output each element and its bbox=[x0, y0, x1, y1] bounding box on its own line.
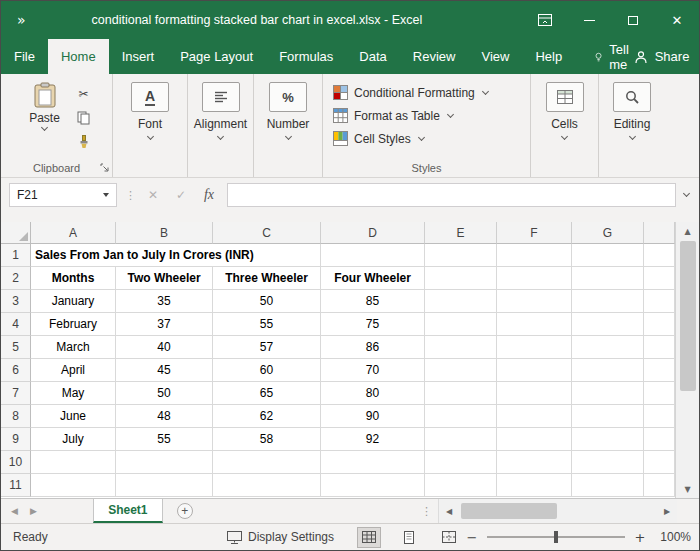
sheet-tab-sheet1[interactable]: Sheet1 bbox=[93, 499, 163, 523]
quick-access-toolbar-icon[interactable]: » bbox=[1, 12, 40, 28]
vertical-scrollbar[interactable]: ▲ ▼ bbox=[675, 222, 699, 498]
cell-B4[interactable]: 37 bbox=[116, 313, 213, 336]
ribbon-group-font[interactable]: A Font bbox=[113, 74, 188, 177]
horizontal-scrollbar-thumb[interactable] bbox=[461, 503, 557, 519]
vertical-scrollbar-thumb[interactable] bbox=[680, 241, 696, 391]
ribbon-group-number[interactable]: % Number bbox=[254, 74, 323, 177]
cell-B8[interactable]: 48 bbox=[116, 405, 213, 428]
cell-D8[interactable]: 90 bbox=[321, 405, 425, 428]
row-header-1[interactable]: 1 bbox=[1, 244, 31, 267]
cell-G3[interactable] bbox=[572, 290, 644, 313]
paste-button[interactable]: Paste bbox=[20, 82, 70, 151]
cell-C8[interactable]: 62 bbox=[213, 405, 321, 428]
cell-C3[interactable]: 50 bbox=[213, 290, 321, 313]
select-all-corner[interactable] bbox=[1, 222, 31, 244]
cell-partial-5[interactable] bbox=[644, 336, 675, 359]
row-header-3[interactable]: 3 bbox=[1, 290, 31, 313]
cell-G8[interactable] bbox=[572, 405, 644, 428]
zoom-slider-thumb[interactable] bbox=[554, 531, 558, 543]
cell-F6[interactable] bbox=[497, 359, 572, 382]
column-header-c[interactable]: C bbox=[213, 222, 321, 244]
cell-B11[interactable] bbox=[116, 474, 213, 497]
scroll-up-icon[interactable]: ▲ bbox=[676, 222, 699, 240]
cell-A6[interactable]: April bbox=[31, 359, 116, 382]
cell-partial-2[interactable] bbox=[644, 267, 675, 290]
cell-G9[interactable] bbox=[572, 428, 644, 451]
cell-F9[interactable] bbox=[497, 428, 572, 451]
display-settings-button[interactable]: Display Settings bbox=[227, 530, 334, 544]
name-box-dropdown-icon[interactable] bbox=[103, 193, 109, 197]
cell-partial-7[interactable] bbox=[644, 382, 675, 405]
cell-D11[interactable] bbox=[321, 474, 425, 497]
scroll-down-icon[interactable]: ▼ bbox=[676, 480, 699, 498]
cell-B5[interactable]: 40 bbox=[116, 336, 213, 359]
tab-data[interactable]: Data bbox=[346, 39, 399, 74]
tab-review[interactable]: Review bbox=[400, 39, 469, 74]
cell-partial-4[interactable] bbox=[644, 313, 675, 336]
formula-bar-expand-icon[interactable] bbox=[683, 190, 690, 197]
row-header-7[interactable]: 7 bbox=[1, 382, 31, 405]
zoom-slider[interactable] bbox=[487, 536, 625, 538]
name-box[interactable]: F21 bbox=[9, 183, 117, 207]
normal-view-button[interactable] bbox=[357, 527, 381, 548]
cell-A2[interactable]: Months bbox=[31, 267, 116, 290]
cell-E8[interactable] bbox=[425, 405, 497, 428]
tab-help[interactable]: Help bbox=[522, 39, 575, 74]
cell-G6[interactable] bbox=[572, 359, 644, 382]
cell-A7[interactable]: May bbox=[31, 382, 116, 405]
cell-C10[interactable] bbox=[213, 451, 321, 474]
cell-partial-9[interactable] bbox=[644, 428, 675, 451]
column-header-a[interactable]: A bbox=[31, 222, 116, 244]
cell-C9[interactable]: 58 bbox=[213, 428, 321, 451]
copy-button[interactable] bbox=[74, 109, 94, 127]
sheet-nav-next-icon[interactable]: ▶ bbox=[30, 506, 37, 516]
cell-G1[interactable] bbox=[572, 244, 644, 267]
cell-F10[interactable] bbox=[497, 451, 572, 474]
cell-B2[interactable]: Two Wheeler bbox=[116, 267, 213, 290]
maximize-button[interactable] bbox=[611, 1, 655, 39]
cell-E4[interactable] bbox=[425, 313, 497, 336]
cell-D10[interactable] bbox=[321, 451, 425, 474]
zoom-out-button[interactable]: − bbox=[465, 530, 479, 545]
horizontal-scrollbar-track[interactable] bbox=[459, 499, 657, 523]
cell-C4[interactable]: 55 bbox=[213, 313, 321, 336]
cell-D7[interactable]: 80 bbox=[321, 382, 425, 405]
cell-B9[interactable]: 55 bbox=[116, 428, 213, 451]
cell-B3[interactable]: 35 bbox=[116, 290, 213, 313]
cell-B7[interactable]: 50 bbox=[116, 382, 213, 405]
tab-page-layout[interactable]: Page Layout bbox=[167, 39, 266, 74]
cell-D1[interactable] bbox=[321, 244, 425, 267]
cell-styles-button[interactable]: Cell Styles bbox=[333, 129, 530, 148]
cell-A1[interactable]: Sales From Jan to July In Crores (INR) bbox=[31, 244, 321, 267]
tab-home[interactable]: Home bbox=[48, 39, 109, 74]
cell-D2[interactable]: Four Wheeler bbox=[321, 267, 425, 290]
cell-G10[interactable] bbox=[572, 451, 644, 474]
cell-partial-6[interactable] bbox=[644, 359, 675, 382]
cell-C5[interactable]: 57 bbox=[213, 336, 321, 359]
cell-A10[interactable] bbox=[31, 451, 116, 474]
new-sheet-button[interactable]: + bbox=[177, 503, 193, 519]
column-header-g[interactable]: G bbox=[572, 222, 644, 244]
insert-function-button[interactable]: fx bbox=[199, 187, 219, 203]
cell-G11[interactable] bbox=[572, 474, 644, 497]
zoom-in-button[interactable]: + bbox=[633, 530, 647, 545]
cell-G4[interactable] bbox=[572, 313, 644, 336]
cell-B10[interactable] bbox=[116, 451, 213, 474]
cell-partial-1[interactable] bbox=[644, 244, 675, 267]
scroll-right-icon[interactable]: ▶ bbox=[657, 507, 677, 516]
conditional-formatting-button[interactable]: Conditional Formatting bbox=[333, 83, 530, 102]
cell-D3[interactable]: 85 bbox=[321, 290, 425, 313]
cell-E5[interactable] bbox=[425, 336, 497, 359]
zoom-level-label[interactable]: 100% bbox=[655, 530, 691, 544]
cell-D6[interactable]: 70 bbox=[321, 359, 425, 382]
cell-D9[interactable]: 92 bbox=[321, 428, 425, 451]
cell-F5[interactable] bbox=[497, 336, 572, 359]
formula-input[interactable] bbox=[227, 183, 676, 207]
cell-E1[interactable] bbox=[425, 244, 497, 267]
row-header-5[interactable]: 5 bbox=[1, 336, 31, 359]
cell-C7[interactable]: 65 bbox=[213, 382, 321, 405]
cell-F1[interactable] bbox=[497, 244, 572, 267]
cell-D5[interactable]: 86 bbox=[321, 336, 425, 359]
tab-file[interactable]: File bbox=[1, 39, 48, 74]
ribbon-group-cells[interactable]: Cells bbox=[531, 74, 599, 177]
